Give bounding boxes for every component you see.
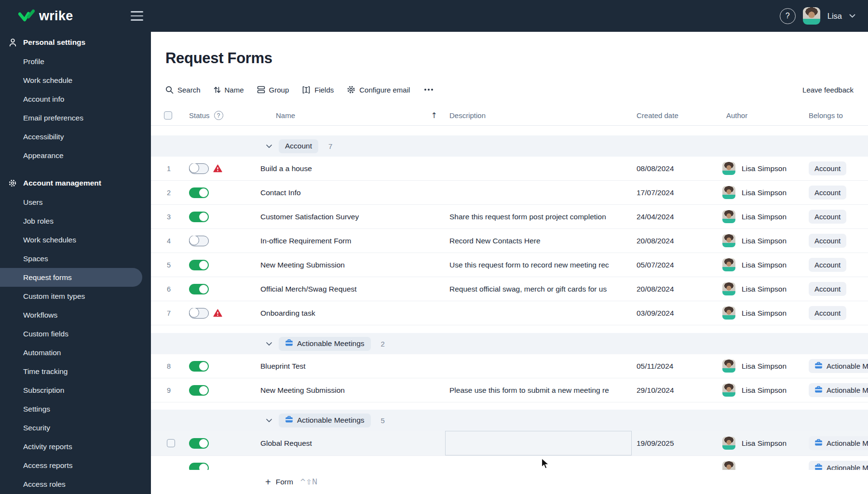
sidebar-item-activity-reports[interactable]: Activity reports: [0, 437, 142, 456]
sidebar-item-profile[interactable]: Profile: [0, 52, 142, 71]
group-header-actionable-meetings-2[interactable]: Actionable Meetings2: [151, 333, 868, 354]
select-all-checkbox[interactable]: [164, 111, 172, 120]
column-header-description[interactable]: Description: [445, 111, 632, 120]
chevron-down-icon[interactable]: [265, 145, 273, 148]
sidebar-item-time-tracking[interactable]: Time tracking: [0, 362, 142, 381]
configure-email-button[interactable]: Configure email: [347, 85, 410, 94]
table-row[interactable]: 1Build a a house08/08/2024Lisa SimpsonAc…: [151, 157, 868, 181]
description-cell[interactable]: [445, 301, 632, 325]
status-toggle[interactable]: [189, 308, 209, 319]
form-name-cell[interactable]: Onboarding task: [260, 309, 445, 318]
table-row[interactable]: Global Request19/09/2025Lisa SimpsonActi…: [151, 431, 868, 456]
status-toggle[interactable]: [189, 385, 209, 396]
table-row[interactable]: 3Customer Satisfaction SurveyShare this …: [151, 205, 868, 229]
belongs-to-pill[interactable]: Account: [809, 234, 846, 248]
group-header-account-7[interactable]: Account7: [151, 135, 868, 157]
belongs-to-pill[interactable]: Account: [809, 306, 846, 320]
group-pill[interactable]: Actionable Meetings: [279, 337, 371, 351]
table-row[interactable]: 2Contact Info17/07/2024Lisa SimpsonAccou…: [151, 181, 868, 205]
sidebar-item-access-roles[interactable]: Access roles: [0, 475, 142, 494]
column-header-name[interactable]: Name ↑: [260, 111, 445, 120]
group-pill[interactable]: Actionable Meetings: [279, 414, 371, 427]
sidebar-item-accessibility[interactable]: Accessibility: [0, 127, 142, 146]
sidebar-item-subscription[interactable]: Subscription: [0, 381, 142, 400]
form-name-cell[interactable]: In-office Requirement Form: [260, 237, 445, 245]
description-cell[interactable]: [445, 354, 632, 378]
belongs-to-pill[interactable]: Account: [809, 282, 846, 296]
search-button[interactable]: Search: [165, 86, 201, 94]
form-name-cell[interactable]: New Meeting Submission: [260, 386, 445, 395]
sidebar-item-custom-item-types[interactable]: Custom item types: [0, 287, 142, 306]
table-row[interactable]: 7Onboarding task03/09/2024Lisa SimpsonAc…: [151, 301, 868, 325]
table-row[interactable]: 9New Meeting SubmissionPlease use this f…: [151, 378, 868, 402]
sort-button[interactable]: Name: [214, 86, 244, 94]
sidebar-item-work-schedule[interactable]: Work schedule: [0, 71, 142, 90]
status-toggle[interactable]: [189, 236, 209, 246]
sidebar-item-settings[interactable]: Settings: [0, 400, 142, 418]
form-name-cell[interactable]: Official Merch/Swag Request: [260, 285, 445, 294]
sidebar-item-users[interactable]: Users: [0, 193, 142, 212]
user-name[interactable]: Lisa: [827, 12, 842, 21]
status-toggle[interactable]: [189, 260, 209, 270]
group-pill[interactable]: Account: [279, 139, 318, 153]
chevron-down-icon[interactable]: [265, 419, 273, 422]
group-header-actionable-meetings-5[interactable]: Actionable Meetings5: [151, 410, 868, 431]
description-cell[interactable]: [445, 181, 632, 204]
column-header-created-date[interactable]: Created date: [632, 111, 719, 120]
chevron-down-icon[interactable]: [849, 14, 855, 18]
status-toggle[interactable]: [189, 361, 209, 372]
sidebar-item-automation[interactable]: Automation: [0, 343, 142, 362]
status-toggle[interactable]: [189, 212, 209, 222]
form-name-cell[interactable]: New Meeting Submission: [260, 261, 445, 269]
sidebar-item-work-schedules[interactable]: Work schedules: [0, 230, 142, 249]
belongs-to-pill[interactable]: Account: [809, 186, 846, 200]
status-help-icon[interactable]: ?: [214, 111, 223, 120]
fields-button[interactable]: Fields: [302, 86, 334, 94]
description-cell[interactable]: Share this request form post project com…: [445, 205, 632, 228]
description-cell[interactable]: Please use this form to submit a new mee…: [445, 378, 632, 402]
table-row[interactable]: 8Blueprint Test05/11/2024Lisa SimpsonAct…: [151, 354, 868, 378]
sidebar-item-workflows[interactable]: Workflows: [0, 306, 142, 324]
table-row[interactable]: 6Official Merch/Swag RequestRequest offi…: [151, 277, 868, 301]
form-name-cell[interactable]: Blueprint Test: [260, 362, 445, 371]
belongs-to-pill[interactable]: Actionable Meetings: [809, 436, 868, 450]
status-toggle[interactable]: [189, 187, 209, 198]
form-name-cell[interactable]: Global Request: [260, 439, 445, 448]
column-header-author[interactable]: Author: [719, 111, 803, 120]
status-toggle[interactable]: [189, 284, 209, 294]
row-checkbox[interactable]: [167, 439, 175, 447]
belongs-to-pill[interactable]: Actionable Meetings: [809, 359, 868, 373]
sidebar-item-access-reports[interactable]: Access reports: [0, 456, 142, 475]
description-cell[interactable]: [445, 157, 632, 180]
form-name-cell[interactable]: Customer Satisfaction Survey: [260, 213, 445, 221]
wrike-logo[interactable]: wrike: [18, 9, 73, 24]
sidebar-item-custom-fields[interactable]: Custom fields: [0, 324, 142, 343]
description-cell[interactable]: Use this request form to record new meet…: [445, 253, 632, 277]
sidebar-item-spaces[interactable]: Spaces: [0, 249, 142, 268]
sidebar-item-account-info[interactable]: Account info: [0, 90, 142, 108]
leave-feedback-link[interactable]: Leave feedback: [802, 86, 854, 94]
sort-ascending-icon[interactable]: ↑: [431, 111, 437, 120]
status-toggle[interactable]: [189, 438, 209, 449]
more-options-button[interactable]: [424, 88, 434, 91]
user-avatar[interactable]: [803, 7, 820, 25]
help-icon[interactable]: ?: [780, 8, 796, 24]
description-cell[interactable]: Record New Contacts Here: [445, 229, 632, 253]
sidebar-item-email-preferences[interactable]: Email preferences: [0, 108, 142, 127]
group-button[interactable]: Group: [257, 86, 289, 94]
column-header-belongs-to[interactable]: Belongs to: [803, 111, 868, 120]
chevron-down-icon[interactable]: [265, 342, 273, 346]
hamburger-icon[interactable]: [131, 11, 143, 21]
form-name-cell[interactable]: Contact Info: [260, 188, 445, 197]
table-row[interactable]: 4In-office Requirement FormRecord New Co…: [151, 229, 868, 253]
form-name-cell[interactable]: Build a a house: [260, 164, 445, 173]
sidebar-item-appearance[interactable]: Appearance: [0, 146, 142, 165]
status-toggle[interactable]: [189, 163, 209, 174]
description-cell[interactable]: [445, 431, 632, 455]
sidebar-item-security[interactable]: Security: [0, 418, 142, 437]
column-header-status[interactable]: Status ?: [189, 111, 260, 120]
sidebar-item-request-forms[interactable]: Request forms: [0, 268, 142, 287]
belongs-to-pill[interactable]: Actionable Meetings: [809, 383, 868, 397]
belongs-to-pill[interactable]: Account: [809, 258, 846, 272]
table-row[interactable]: 5New Meeting SubmissionUse this request …: [151, 253, 868, 277]
